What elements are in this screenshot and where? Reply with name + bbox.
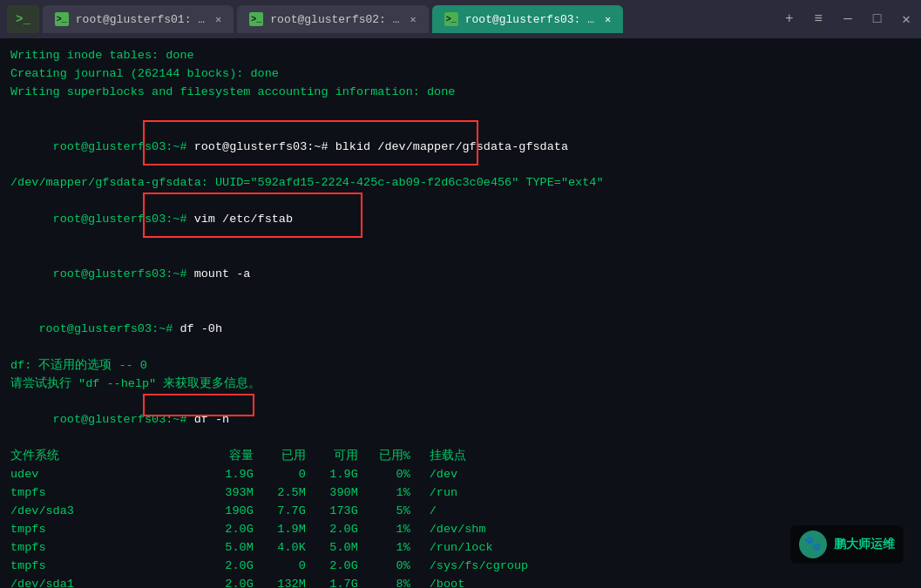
tab1-label: root@glusterfs01: … [76,13,205,26]
df-col-mount: 挂载点 [423,448,540,466]
watermark: 🐾 鹏大师运维 [790,525,904,564]
watermark-text: 鹏大师运维 [834,535,895,554]
df-cell-6-2: 132M [266,576,318,588]
df-cell-3-4: 1% [370,521,423,539]
minimize-button[interactable]: — [840,8,856,30]
df-col-size: 容量 [213,448,266,466]
df-row: tmpfs2.0G02.0G0%/sys/fs/cgroup [10,558,540,576]
df-cell-5-0: tmpfs [10,558,213,576]
df-cell-4-0: tmpfs [10,539,213,558]
terminal-logo: >_ [7,5,39,33]
df-cell-6-0: /dev/sda1 [10,576,213,588]
line-dfh-cmd: root@glusterfs03:~# df -h [10,394,911,449]
df-cell-0-4: 0% [370,466,423,484]
tab3-icon: >_ [444,12,458,26]
df-col-used: 已用 [266,448,318,466]
df-cell-2-4: 5% [370,503,423,521]
tab3-label: root@glusterfs03: … [465,13,594,26]
df-row: tmpfs393M2.5M390M1%/run [10,484,540,503]
line-vim-cmd: root@glusterfs03:~# vim /etc/fstab [10,193,911,247]
df-cell-3-1: 2.0G [213,521,266,539]
window-controls: + ≡ — □ ✕ [782,7,914,31]
tab-glusterfs02[interactable]: >_ root@glusterfs02: … ✕ [237,5,428,33]
df-row: tmpfs5.0M4.0K5.0M1%/run/lock [10,539,540,558]
df-cell-4-4: 1% [370,539,423,558]
df-cell-6-3: 1.7G [318,576,370,588]
df-cell-0-3: 1.9G [318,466,370,484]
df-row: /dev/sda12.0G132M1.7G8%/boot [10,576,540,588]
df-cell-6-5: /boot [423,576,540,588]
df-cell-2-5: / [423,503,540,521]
tab1-icon: >_ [55,12,69,26]
df-cell-1-3: 390M [318,484,370,503]
df-table: 文件系统 容量 已用 可用 已用% 挂载点 udev1.9G01.9G0%/de… [10,448,540,588]
df-cell-2-1: 190G [213,503,266,521]
df-cell-4-1: 5.0M [213,539,266,558]
df-col-avail: 可用 [318,448,370,466]
tab2-label: root@glusterfs02: … [270,13,399,26]
df-cell-1-4: 1% [370,484,423,503]
df-cell-0-5: /dev [423,466,540,484]
close-button[interactable]: ✕ [898,7,914,31]
df-row: udev1.9G01.9G0%/dev [10,466,540,484]
line-mount-cmd: root@glusterfs03:~# mount -a [10,247,911,302]
df-cell-3-0: tmpfs [10,521,213,539]
df-cell-5-1: 2.0G [213,558,266,576]
maximize-button[interactable]: □ [870,8,885,30]
df-cell-2-3: 173G [318,503,370,521]
line-blank1 [10,102,911,120]
line-blkid-output: /dev/mapper/gfsdata-gfsdata: UUID="592af… [10,174,911,193]
tab2-icon: >_ [249,12,263,26]
line-blkid-cmd: root@glusterfs03:~# root@glusterfs03:~# … [10,120,911,175]
tab3-close[interactable]: ✕ [605,13,611,26]
df-col-pct: 已用% [370,448,423,466]
watermark-icon: 🐾 [799,531,827,558]
df-cell-5-4: 0% [370,558,423,576]
df-cell-2-2: 7.7G [266,503,318,521]
df-cell-1-1: 393M [213,484,266,503]
titlebar: >_ >_ root@glusterfs01: … ✕ >_ root@glus… [0,0,921,38]
df-row: tmpfs2.0G1.9M2.0G1%/dev/shm [10,521,540,539]
df-cell-4-2: 4.0K [266,539,318,558]
line-writing-inode: Writing inode tables: done [10,47,911,65]
new-tab-button[interactable]: + [782,8,797,30]
df-cell-3-5: /dev/shm [423,521,540,539]
df-cell-5-5: /sys/fs/cgroup [423,558,540,576]
df-cell-0-2: 0 [266,466,318,484]
df-cell-1-2: 2.5M [266,484,318,503]
line-creating-journal: Creating journal (262144 blocks): done [10,65,911,84]
df-cell-3-2: 1.9M [266,521,318,539]
df-cell-0-0: udev [10,466,213,484]
line-df-error2: 请尝试执行 "df --help" 来获取更多信息。 [10,375,911,394]
tab1-close[interactable]: ✕ [215,13,221,26]
df-cell-5-3: 2.0G [318,558,370,576]
df-col-fs: 文件系统 [10,448,213,466]
line-writing-superblocks: Writing superblocks and filesystem accou… [10,84,911,102]
df-cell-4-5: /run/lock [423,539,540,558]
tab-glusterfs01[interactable]: >_ root@glusterfs01: … ✕ [43,5,234,33]
df-cell-2-0: /dev/sda3 [10,503,213,521]
tab-glusterfs03[interactable]: >_ root@glusterfs03: … ✕ [432,5,623,33]
df-cell-6-1: 2.0G [213,576,266,588]
df-cell-6-4: 8% [370,576,423,588]
df-cell-0-1: 1.9G [213,466,266,484]
df-cell-3-3: 2.0G [318,521,370,539]
line-df0h-cmd: root@glusterfs03:~# df -0h [10,302,911,357]
tab2-close[interactable]: ✕ [410,13,416,26]
df-cell-1-5: /run [423,484,540,503]
terminal-body: Writing inode tables: done Creating jour… [0,38,921,588]
df-cell-4-3: 5.0M [318,539,370,558]
line-df-error1: df: 不适用的选项 -- 0 [10,357,911,375]
menu-button[interactable]: ≡ [811,8,827,30]
df-cell-1-0: tmpfs [10,484,213,503]
df-cell-5-2: 0 [266,558,318,576]
df-row: /dev/sda3190G7.7G173G5%/ [10,503,540,521]
